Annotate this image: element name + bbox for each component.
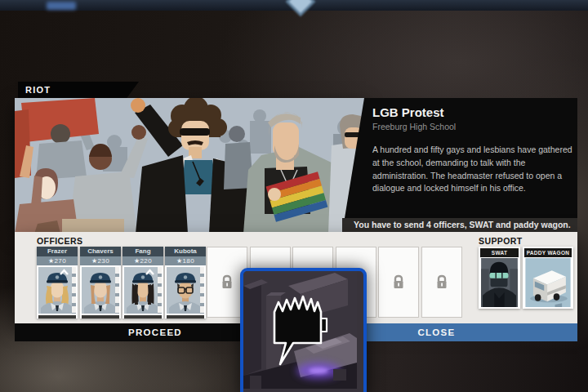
officer-name: Chavers	[80, 247, 121, 256]
card-footer	[38, 315, 76, 318]
card-footer	[167, 315, 204, 318]
officer-portrait	[124, 267, 162, 314]
promotion-chevron-icon	[145, 269, 155, 275]
game-screen: RIOT	[0, 0, 588, 392]
lock-icon	[435, 274, 448, 290]
event-description: A hundred and fifty gays and lesbians ha…	[372, 144, 575, 195]
officer-portrait	[167, 267, 204, 314]
card-footer	[124, 315, 162, 318]
officer-rating: ★180	[165, 256, 206, 265]
officer-portrait	[82, 267, 119, 314]
officer-rating: ★270	[37, 256, 78, 265]
city-map-illustration	[243, 271, 357, 389]
requirement-text: You have to send 4 officers, SWAT and pa…	[354, 220, 571, 229]
locked-dispatch-slot	[421, 247, 462, 318]
card-footer	[82, 315, 119, 318]
star-icon: ★	[48, 257, 55, 265]
support-section-label: SUPPORT	[479, 236, 523, 246]
officer-rating: ★230	[80, 256, 121, 265]
officer-card-fang[interactable]: Fang ★220	[122, 247, 163, 318]
promotion-chevron-icon	[59, 269, 69, 275]
officer-card-chavers[interactable]: Chavers ★230	[80, 247, 121, 318]
paddy-wagon-image	[524, 258, 572, 307]
event-category-label: RIOT	[25, 85, 51, 95]
requirement-bar: You have to send 4 officers, SWAT and pa…	[342, 218, 577, 232]
paddy-wagon-card[interactable]: PADDY WAGON	[523, 247, 573, 309]
paddy-wagon-label: PADDY WAGON	[524, 248, 572, 257]
officers-section-label: OFFICERS	[37, 236, 82, 246]
star-icon: ★	[134, 257, 140, 265]
officer-card-frazer[interactable]: Frazer ★270	[37, 247, 78, 318]
event-info-panel: LGB Protest Freeburg High School A hundr…	[343, 98, 577, 218]
star-icon: ★	[91, 257, 98, 265]
officer-portrait	[38, 267, 76, 314]
riot-scene-illustration	[15, 98, 366, 234]
card-tab-strip	[115, 267, 119, 314]
card-tab-strip	[200, 267, 204, 314]
event-location: Freeburg High School	[372, 122, 575, 131]
map-event-popup[interactable]	[240, 268, 367, 392]
officer-name: Frazer	[37, 247, 78, 256]
proceed-label: PROCEED	[128, 327, 182, 337]
swat-label: SWAT	[480, 248, 519, 257]
officer-card-kubota[interactable]: Kubota ★180	[165, 247, 206, 318]
background-hud-chip	[47, 2, 76, 10]
event-category-banner: RIOT	[18, 82, 139, 98]
swat-image	[480, 258, 519, 307]
officer-name: Kubota	[165, 247, 206, 256]
officer-name: Fang	[122, 247, 163, 256]
lock-icon	[220, 274, 234, 290]
star-icon: ★	[176, 257, 183, 265]
swat-card[interactable]: SWAT	[479, 247, 520, 309]
locked-dispatch-slot	[378, 247, 419, 318]
close-label: CLOSE	[417, 327, 455, 337]
event-title: LGB Protest	[372, 105, 575, 119]
officer-rating: ★220	[122, 256, 163, 265]
lock-icon	[392, 274, 405, 290]
card-tab-strip	[72, 267, 76, 314]
card-tab-strip	[158, 267, 162, 314]
